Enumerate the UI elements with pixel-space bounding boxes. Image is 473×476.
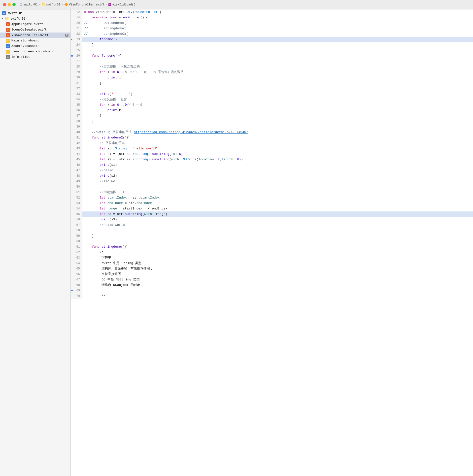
- table-row: 20// switchdemo(): [71, 20, 473, 26]
- table-row: 26● func fordemo(){: [71, 53, 473, 59]
- code-editor[interactable]: 12class ViewController: UIViewController…: [71, 9, 473, 476]
- line-content: let startIndex = str.startIndex: [82, 195, 473, 201]
- table-row: 67 OC 中是 NSString 类型: [71, 277, 473, 282]
- table-row: 27: [71, 59, 473, 64]
- line-number: 45: [71, 157, 82, 162]
- table-row: 25: [71, 48, 473, 53]
- sidebar-item-label: ViewController.swift: [11, 34, 49, 37]
- line-content: [82, 86, 473, 91]
- maximize-button[interactable]: [12, 3, 16, 6]
- storyboard-file-icon: ✕: [6, 39, 10, 43]
- table-row: 64 swift 中是 String 类型: [71, 261, 473, 266]
- project-icon: A: [2, 11, 6, 15]
- line-content: // switchdemo(): [82, 20, 473, 26]
- table-row: 51 //指定范围 ..<: [71, 190, 473, 195]
- line-content: [82, 239, 473, 244]
- line-number: 34: [71, 97, 82, 102]
- close-button[interactable]: [3, 3, 6, 6]
- line-content: OC 中是 NSString 类型: [82, 277, 473, 282]
- table-row: 28 //定义范围 不包含右边的: [71, 64, 473, 69]
- table-row: 55 let s3 = str.substring(with: range): [71, 211, 473, 217]
- line-content: func stringdemo2(){: [82, 135, 473, 140]
- line-content: }: [82, 113, 473, 119]
- sidebar-group-row[interactable]: ▼ 📁 swift-01: [0, 16, 70, 22]
- line-content: for k in 0...9// 0 ~ 9: [82, 102, 473, 108]
- sidebar-item-infoplist[interactable]: ⊞ Info.plist: [0, 54, 70, 60]
- line-content: [82, 124, 473, 130]
- line-content: print(i): [82, 75, 473, 80]
- table-row: 48 print(s2): [71, 173, 473, 179]
- sidebar-item-mainstoryboard[interactable]: ✕ Main.storyboard: [0, 38, 70, 43]
- table-row: 62 /*: [71, 250, 473, 255]
- line-content: // stringdemo2(): [82, 31, 473, 37]
- breadcrumb: ⬡ swift-01 › 📁 swift-01 › 🔶 ViewControll…: [20, 3, 135, 7]
- line-content: print(s3): [82, 217, 473, 222]
- line-number: 44: [71, 151, 82, 157]
- line-content: 字符串: [82, 255, 473, 261]
- table-row: 36 print(k): [71, 108, 473, 113]
- line-number: 20: [71, 20, 82, 26]
- line-content: // 字符串的子串: [82, 140, 473, 146]
- plist-file-icon: ⊞: [6, 55, 10, 59]
- line-number: 36: [71, 108, 82, 113]
- line-content: swift 中是 String 类型: [82, 261, 473, 266]
- line-number: 57: [71, 222, 82, 228]
- table-row: 34 //定义范围 包含: [71, 97, 473, 102]
- swift-file-icon: 🔶: [6, 33, 10, 37]
- line-content: let s3 = str.substring(with: range): [82, 211, 473, 217]
- line-number: 35: [71, 102, 82, 108]
- line-number: 64: [71, 261, 82, 266]
- sidebar-item-viewcontroller[interactable]: 🔶 ViewController.swift M: [0, 33, 70, 38]
- line-content: 结构体、量级更轻，苹果推荐使用，: [82, 266, 473, 272]
- traffic-lights: [3, 3, 16, 6]
- line-content: }: [82, 42, 473, 48]
- table-row: 65 结构体、量级更轻，苹果推荐使用，: [71, 266, 473, 272]
- sidebar-item-label: SceneDelegate.swift: [11, 28, 47, 32]
- line-number: 39: [71, 124, 82, 130]
- line-number: 21: [71, 26, 82, 31]
- sidebar-project-row[interactable]: A swift-01: [0, 10, 70, 16]
- line-content: */: [82, 293, 473, 299]
- table-row: 43 let str:String = "hello world": [71, 146, 473, 151]
- table-row: 68 继承自 NSObject 的对象: [71, 282, 473, 288]
- line-content: //指定范围 ..<: [82, 190, 473, 195]
- line-content: for i in 0 ..< 9// 0 ~ 8, ..< 不包含右边的数字: [82, 69, 473, 75]
- sidebar-item-launchscreen[interactable]: ✕ LaunchScreen.storyboard: [0, 49, 70, 54]
- line-number: 49: [71, 179, 82, 184]
- table-row: 49 //llo wo: [71, 179, 473, 184]
- sidebar-item-label: AppDelegate.swift: [11, 23, 43, 26]
- line-content: print(s2): [82, 173, 473, 179]
- breadcrumb-project[interactable]: swift-01: [23, 3, 38, 6]
- table-row: 31 }: [71, 80, 473, 86]
- line-number: 30: [71, 75, 82, 80]
- minimize-button[interactable]: [8, 3, 11, 6]
- table-row: 70 */: [71, 293, 473, 299]
- table-row: 60: [71, 239, 473, 244]
- folder-icon-small: 📁: [41, 3, 45, 6]
- line-content: // stringdemo(): [82, 26, 473, 31]
- line-content: }: [82, 80, 473, 86]
- line-content: //llo wo: [82, 179, 473, 184]
- line-number: 31: [71, 80, 82, 86]
- breadcrumb-folder[interactable]: swift-01: [46, 3, 61, 6]
- sidebar-item-appdelegate[interactable]: 🔶 AppDelegate.swift: [0, 22, 70, 27]
- line-number: 47: [71, 168, 82, 173]
- sidebar-item-scenedelegate[interactable]: 🔶 SceneDelegate.swift: [0, 27, 70, 33]
- table-row: 35 for k in 0...9// 0 ~ 9: [71, 102, 473, 108]
- storyboard-file-icon: ✕: [6, 50, 10, 54]
- swift-icon-small: 🔶: [64, 3, 68, 6]
- line-content: let str:String = "hello world": [82, 146, 473, 151]
- table-row: 45 let s2 = (str as NSString).substring(…: [71, 157, 473, 162]
- line-number: 29: [71, 69, 82, 75]
- assets-file-icon: ⊞: [6, 44, 10, 48]
- breadcrumb-method[interactable]: viewDidLoad(): [112, 3, 135, 6]
- line-number: 53: [71, 201, 82, 206]
- line-number: 28: [71, 64, 82, 69]
- breadcrumb-file[interactable]: ViewController.swift: [69, 3, 105, 6]
- main-layout: A swift-01 ▼ 📁 swift-01 🔶 AppDelegate.sw…: [0, 9, 473, 476]
- line-number: 22: [71, 31, 82, 37]
- table-row: 63 字符串: [71, 255, 473, 261]
- line-content: fordemo(): [82, 37, 473, 42]
- sidebar-item-assets[interactable]: ⊞ Assets.xcassets: [0, 43, 70, 49]
- table-row: 29 for i in 0 ..< 9// 0 ~ 8, ..< 不包含右边的数…: [71, 69, 473, 75]
